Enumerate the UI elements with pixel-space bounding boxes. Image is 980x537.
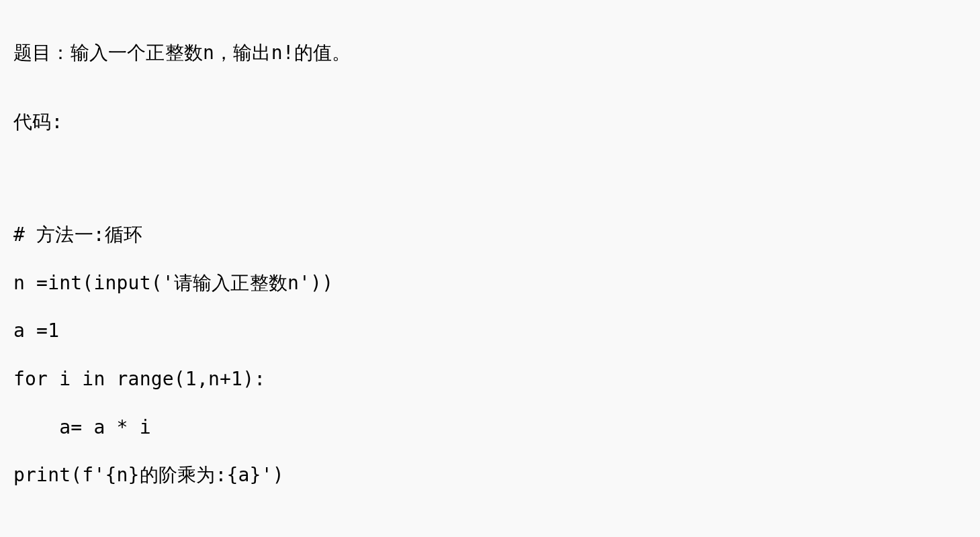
code-line: # 方法一:循环 xyxy=(13,223,967,247)
code-block: # 方法一:循环 n =int(input('请输入正整数n')) a =1 f… xyxy=(13,199,967,537)
code-line: print(f'{n}的阶乘为:{a}') xyxy=(13,463,967,487)
code-line: for i in range(1,n+1): xyxy=(13,367,967,391)
blank-line xyxy=(13,511,967,536)
problem-statement: 题目：输入一个正整数n，输出n!的值。 xyxy=(13,41,967,65)
document-page: 题目：输入一个正整数n，输出n!的值。 代码: # 方法一:循环 n =int(… xyxy=(0,0,980,537)
code-line: n =int(input('请输入正整数n')) xyxy=(13,271,967,295)
code-label: 代码: xyxy=(13,110,967,134)
code-line: a =1 xyxy=(13,319,967,343)
code-line: a= a * i xyxy=(13,416,967,440)
